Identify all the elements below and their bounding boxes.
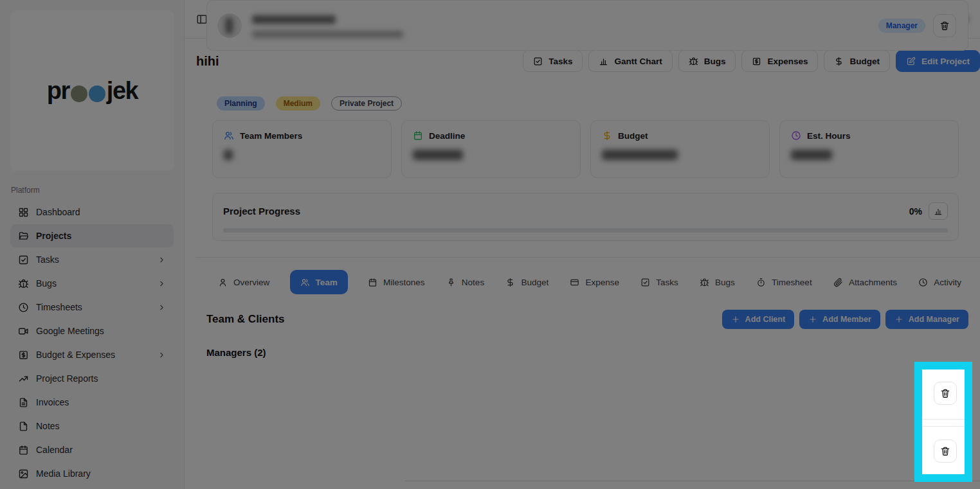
card-edge-line: [922, 426, 965, 427]
project-action-button[interactable]: Gantt Chart: [588, 50, 672, 72]
sidebar-item[interactable]: Bugs: [10, 272, 174, 295]
project-actions: Tasks Gantt Chart Bugs Expenses Budget: [523, 50, 980, 72]
plus-icon: [731, 315, 740, 324]
sidebar-item[interactable]: Project Reports: [10, 367, 174, 390]
bug-icon: [689, 57, 698, 66]
project-header: hihi Tasks Gantt Chart Bugs Expenses: [196, 49, 980, 73]
bar-chart-icon: [599, 57, 608, 66]
plus-icon: [808, 315, 817, 324]
sidebar-item[interactable]: Notes: [10, 414, 174, 438]
clock-icon: [18, 302, 29, 313]
tab-label: Budget: [521, 278, 549, 287]
sidebar-item-label: Notes: [36, 421, 60, 431]
chevron-right-icon: [158, 256, 166, 264]
tab-label: Tasks: [656, 278, 678, 287]
project-progress-card: Project Progress 0%: [212, 193, 959, 241]
sidebar-item-label: Tasks: [36, 254, 59, 265]
video-icon: [18, 326, 29, 337]
project-tab[interactable]: Expense: [568, 270, 621, 294]
sidebar-item-label: Media Library: [36, 468, 91, 479]
tab-label: Notes: [462, 278, 484, 287]
chevron-right-icon: [158, 303, 166, 312]
dollar-square-icon: [752, 57, 761, 66]
user-icon: [218, 278, 228, 287]
progress-track: [223, 228, 948, 233]
projek-logo: prjek: [47, 77, 138, 105]
sidebar-item[interactable]: Invoices: [10, 391, 174, 414]
project-tabs: Overview Team Milestones Notes Budget Ex…: [217, 270, 963, 294]
layout-grid-icon: [18, 207, 29, 218]
redacted-manager-email: [252, 31, 403, 38]
highlighted-delete-manager-button[interactable]: [934, 440, 957, 463]
sidebar-item[interactable]: Tasks: [10, 248, 174, 271]
folder-open-icon: [18, 231, 29, 242]
stat-label: Budget: [618, 131, 648, 141]
dollar-icon: [834, 57, 844, 66]
project-action-button[interactable]: Budget: [824, 50, 890, 72]
project-tab[interactable]: Team: [290, 270, 348, 294]
calendar-icon: [368, 278, 377, 287]
delete-manager-button[interactable]: [933, 14, 956, 37]
sidebar-item-label: Dashboard: [36, 207, 80, 217]
next-section-edge: [405, 481, 980, 481]
project-tab[interactable]: Activity: [917, 270, 963, 294]
project-tab[interactable]: Budget: [504, 270, 550, 294]
project-action-button[interactable]: Edit Project: [896, 50, 980, 72]
trending-up-icon: [18, 373, 29, 384]
sidebar-item-label: Google Meetings: [36, 326, 104, 336]
pin-icon: [446, 278, 456, 287]
redacted-stat-value: [602, 150, 678, 160]
project-tab[interactable]: Attachments: [832, 270, 898, 294]
team-section-header: Team & Clients Add Client Add Member Add…: [206, 309, 968, 329]
add-button[interactable]: Add Member: [799, 310, 880, 329]
logo-dot-dark: [71, 85, 87, 102]
sidebar-item[interactable]: Calendar: [10, 438, 174, 461]
redacted-stat-value: [224, 150, 233, 160]
sidebar-item[interactable]: Budget & Expenses: [10, 343, 174, 366]
project-tab[interactable]: Tasks: [639, 270, 680, 294]
check-square-icon: [640, 278, 650, 287]
project-tab[interactable]: Notes: [445, 270, 485, 294]
dollar-square-icon: [18, 350, 29, 360]
tab-label: Overview: [233, 278, 269, 287]
sidebar-item-label: Projects: [36, 231, 71, 241]
sidebar-item[interactable]: Projects: [10, 224, 174, 247]
project-action-button[interactable]: Tasks: [523, 50, 583, 72]
chevron-right-icon: [158, 280, 166, 288]
add-button[interactable]: Add Manager: [885, 310, 968, 329]
users-icon: [224, 130, 234, 141]
role-badge: Manager: [878, 19, 925, 33]
logo-text-left: pr: [47, 77, 69, 105]
trash-icon: [940, 446, 950, 456]
add-button-label: Add Member: [822, 315, 871, 324]
trash-icon: [940, 388, 950, 398]
stopwatch-icon: [756, 278, 766, 287]
project-action-button[interactable]: Expenses: [741, 50, 818, 72]
app-window: prjek Platform Dashboard Projects Tasks: [0, 0, 980, 489]
stat-label: Deadline: [429, 131, 465, 141]
project-tab[interactable]: Timesheet: [755, 270, 813, 294]
sidebar-item[interactable]: Dashboard: [10, 200, 174, 224]
stat-card: Team Members: [212, 120, 392, 178]
action-label: Budget: [849, 57, 880, 66]
sidebar-item[interactable]: Media Library: [10, 462, 174, 485]
manager-row: Manager: [206, 0, 968, 51]
redacted-manager-name: [252, 15, 336, 24]
sidebar-item[interactable]: Timesheets: [10, 296, 174, 319]
project-tab[interactable]: Milestones: [367, 270, 426, 294]
stat-card: Est. Hours: [779, 120, 959, 178]
bug-icon: [700, 278, 709, 287]
progress-chart-button[interactable]: [929, 202, 948, 220]
paperclip-icon: [833, 278, 843, 287]
project-action-button[interactable]: Bugs: [678, 50, 736, 72]
add-button-label: Add Client: [745, 315, 786, 324]
progress-value: 0%: [909, 206, 922, 217]
project-tab[interactable]: Bugs: [698, 270, 736, 294]
team-add-buttons: Add Client Add Member Add Manager: [722, 310, 968, 329]
managers-heading: Managers (2): [206, 347, 266, 358]
project-tab[interactable]: Overview: [217, 270, 271, 294]
highlighted-delete-manager-button[interactable]: [934, 382, 957, 405]
add-button[interactable]: Add Client: [722, 310, 795, 329]
sidebar-item[interactable]: Google Meetings: [10, 319, 174, 342]
progress-label: Project Progress: [223, 206, 300, 217]
